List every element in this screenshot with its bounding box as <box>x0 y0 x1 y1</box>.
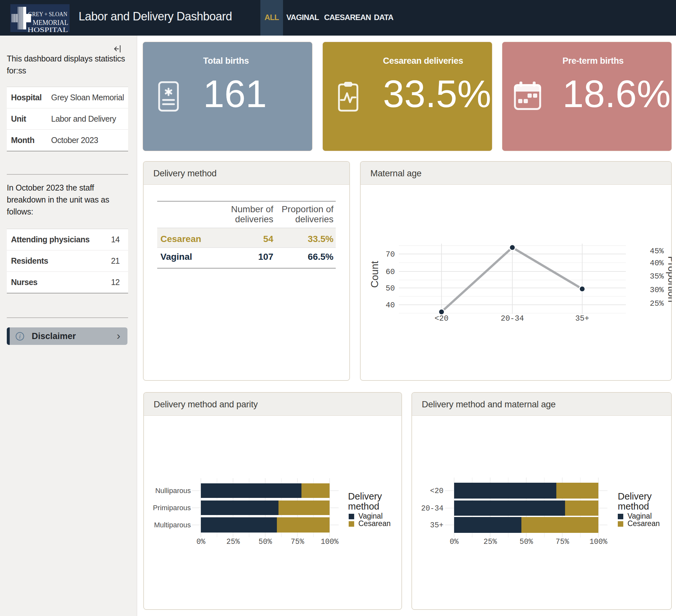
svg-text:40: 40 <box>386 301 395 310</box>
svg-text:60: 60 <box>386 268 395 276</box>
svg-text:75%: 75% <box>291 538 304 546</box>
svg-text:Nulliparous: Nulliparous <box>155 487 191 495</box>
svg-text:Cesarean: Cesarean <box>358 519 391 528</box>
svg-text:70: 70 <box>386 250 395 259</box>
svg-text:Multiparous: Multiparous <box>154 521 191 529</box>
svg-text:25%: 25% <box>484 538 497 546</box>
svg-text:HOSPITAL: HOSPITAL <box>27 25 68 32</box>
svg-text:100%: 100% <box>589 538 607 546</box>
svg-text:35+: 35+ <box>430 521 443 529</box>
svg-text:100%: 100% <box>321 538 338 546</box>
svg-text:50%: 50% <box>519 538 533 546</box>
svg-text:20-34: 20-34 <box>501 314 524 323</box>
svg-text:method: method <box>618 501 649 511</box>
svg-text:35+: 35+ <box>575 314 589 323</box>
svg-text:35%: 35% <box>650 272 664 281</box>
svg-text:45%: 45% <box>650 247 664 256</box>
svg-text:0%: 0% <box>450 538 459 546</box>
svg-text:<20: <20 <box>434 314 448 323</box>
svg-text:GREY + SLOAN: GREY + SLOAN <box>28 11 67 17</box>
svg-text:25%: 25% <box>226 538 240 546</box>
svg-text:Delivery: Delivery <box>348 491 382 501</box>
svg-text:0%: 0% <box>196 538 206 546</box>
svg-text:25%: 25% <box>650 299 664 308</box>
svg-text:75%: 75% <box>556 538 569 546</box>
svg-text:<20: <20 <box>430 487 443 495</box>
svg-text:i: i <box>19 333 21 340</box>
svg-text:30%: 30% <box>650 286 664 294</box>
svg-text:Delivery: Delivery <box>618 491 652 501</box>
svg-text:method: method <box>348 501 379 511</box>
svg-text:Cesarean: Cesarean <box>627 519 660 528</box>
svg-text:Proportion: Proportion <box>666 256 672 302</box>
svg-text:20-34: 20-34 <box>421 504 443 513</box>
svg-text:50%: 50% <box>259 538 272 546</box>
svg-text:Primiparous: Primiparous <box>153 504 191 512</box>
svg-text:40%: 40% <box>650 259 664 268</box>
svg-text:Count: Count <box>369 261 380 288</box>
svg-text:50: 50 <box>386 284 395 293</box>
